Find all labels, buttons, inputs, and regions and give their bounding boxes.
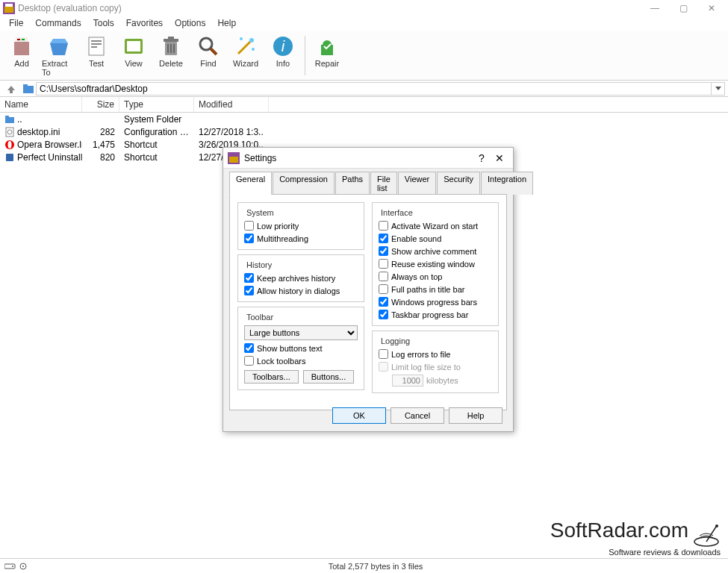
history-group: History Keep archives history Allow hist… bbox=[237, 254, 364, 302]
svg-rect-15 bbox=[168, 37, 174, 39]
toolbar-separator bbox=[305, 36, 305, 75]
svg-rect-39 bbox=[229, 157, 238, 163]
up-button[interactable] bbox=[3, 82, 19, 96]
svg-point-44 bbox=[12, 566, 13, 567]
show-text-checkbox[interactable]: Show buttons text bbox=[244, 343, 358, 353]
taskbar-checkbox[interactable]: Taskbar progress bar bbox=[379, 310, 492, 319]
svg-rect-14 bbox=[164, 39, 178, 42]
wizard-button[interactable]: Wizard bbox=[227, 33, 264, 78]
menu-tools[interactable]: Tools bbox=[87, 16, 120, 31]
cancel-button[interactable]: Cancel bbox=[391, 407, 444, 424]
settings-icon bbox=[228, 152, 240, 164]
dialog-titlebar[interactable]: Settings ? ✕ bbox=[223, 148, 513, 169]
table-row[interactable]: desktop.ini282Configuration setti..12/27… bbox=[0, 125, 728, 138]
comment-checkbox[interactable]: Show archive comment bbox=[379, 246, 492, 256]
menu-commands[interactable]: Commands bbox=[29, 16, 87, 31]
help-button[interactable]: Help bbox=[449, 407, 503, 424]
svg-rect-3 bbox=[14, 42, 29, 55]
close-button[interactable]: ✕ bbox=[704, 1, 719, 16]
toolbar-size-select[interactable]: Large buttons bbox=[244, 325, 358, 340]
test-button[interactable]: Test bbox=[78, 33, 115, 78]
fullpaths-checkbox[interactable]: Full paths in title bar bbox=[379, 284, 492, 294]
test-icon bbox=[84, 34, 108, 58]
repair-icon bbox=[315, 34, 339, 58]
dialog-tabs: GeneralCompressionPathsFile listViewerSe… bbox=[223, 169, 513, 195]
svg-rect-37 bbox=[6, 154, 13, 161]
svg-point-23 bbox=[240, 37, 243, 40]
svg-rect-17 bbox=[170, 44, 172, 53]
svg-text:i: i bbox=[281, 38, 285, 54]
dialog-title: Settings bbox=[244, 153, 473, 163]
delete-button[interactable]: Delete bbox=[152, 33, 190, 78]
status-text: Total 2,577 bytes in 3 files bbox=[28, 562, 724, 571]
table-row[interactable]: ..System Folder bbox=[0, 113, 728, 125]
svg-point-22 bbox=[249, 38, 254, 43]
status-bar: Total 2,577 bytes in 3 files bbox=[0, 558, 728, 573]
find-button[interactable]: Find bbox=[190, 33, 227, 78]
tab-paths[interactable]: Paths bbox=[335, 172, 370, 195]
multithreading-checkbox[interactable]: Multithreading bbox=[244, 234, 358, 243]
sound-checkbox[interactable]: Enable sound bbox=[379, 234, 492, 243]
logging-group: Logging Log errors to file Limit log fil… bbox=[372, 331, 499, 393]
svg-rect-31 bbox=[5, 117, 14, 123]
svg-rect-29 bbox=[23, 86, 34, 93]
column-type[interactable]: Type bbox=[119, 97, 194, 112]
buttons-button[interactable]: Buttons... bbox=[303, 370, 354, 383]
repair-button[interactable]: Repair bbox=[308, 33, 346, 78]
tab-file-list[interactable]: File list bbox=[370, 172, 397, 195]
svg-point-19 bbox=[200, 38, 212, 50]
maximize-button[interactable]: ▢ bbox=[676, 1, 691, 16]
address-input[interactable] bbox=[36, 82, 712, 96]
menu-favorites[interactable]: Favorites bbox=[120, 16, 169, 31]
winprog-checkbox[interactable]: Windows progress bars bbox=[379, 297, 492, 307]
tab-compression[interactable]: Compression bbox=[273, 172, 335, 195]
app-icon bbox=[3, 2, 15, 14]
address-dropdown[interactable] bbox=[712, 82, 725, 96]
ontop-checkbox[interactable]: Always on top bbox=[379, 272, 492, 281]
info-button[interactable]: i Info bbox=[264, 33, 302, 78]
view-icon bbox=[122, 34, 146, 58]
dialog-close-button[interactable]: ✕ bbox=[491, 149, 508, 167]
svg-line-20 bbox=[211, 48, 217, 54]
toolbar: Add Extract To Test View Delete Find Wiz… bbox=[0, 31, 728, 81]
reuse-checkbox[interactable]: Reuse existing window bbox=[379, 259, 492, 269]
allow-history-checkbox[interactable]: Allow history in dialogs bbox=[244, 286, 358, 295]
tab-security[interactable]: Security bbox=[437, 172, 480, 195]
lock-toolbars-checkbox[interactable]: Lock toolbars bbox=[244, 356, 358, 366]
menu-options[interactable]: Options bbox=[169, 16, 211, 31]
keep-history-checkbox[interactable]: Keep archives history bbox=[244, 273, 358, 283]
file-list-header: Name Size Type Modified bbox=[0, 97, 728, 113]
toolbars-button[interactable]: Toolbars... bbox=[244, 370, 299, 383]
column-name[interactable]: Name bbox=[0, 97, 82, 112]
tab-general[interactable]: General bbox=[229, 172, 272, 195]
menu-file[interactable]: File bbox=[3, 16, 29, 31]
column-size[interactable]: Size bbox=[82, 97, 119, 112]
info-icon: i bbox=[271, 34, 295, 58]
log-size-input[interactable] bbox=[392, 375, 423, 386]
svg-point-36 bbox=[8, 141, 12, 148]
column-modified[interactable]: Modified bbox=[194, 97, 269, 112]
wizard-checkbox[interactable]: Activate Wizard on start bbox=[379, 221, 492, 231]
menu-help[interactable]: Help bbox=[211, 16, 242, 31]
svg-rect-30 bbox=[23, 84, 28, 87]
system-group: System Low priority Multithreading bbox=[237, 202, 364, 250]
svg-point-42 bbox=[715, 525, 718, 527]
low-priority-checkbox[interactable]: Low priority bbox=[244, 221, 358, 231]
log-errors-checkbox[interactable]: Log errors to file bbox=[379, 349, 492, 359]
extract-button[interactable]: Extract To bbox=[40, 33, 78, 78]
add-button[interactable]: Add bbox=[3, 33, 40, 78]
toolbar-group: Toolbar Large buttons Show buttons text … bbox=[237, 307, 364, 390]
find-icon bbox=[196, 34, 220, 58]
svg-rect-2 bbox=[5, 4, 13, 7]
extract-icon bbox=[47, 34, 71, 58]
ok-button[interactable]: OK bbox=[332, 407, 386, 424]
minimize-button[interactable]: — bbox=[647, 1, 662, 16]
view-button[interactable]: View bbox=[115, 33, 152, 78]
limit-log-checkbox[interactable]: Limit log file size to bbox=[379, 362, 492, 372]
dialog-help-button[interactable]: ? bbox=[473, 149, 491, 167]
tab-viewer[interactable]: Viewer bbox=[398, 172, 436, 195]
add-icon bbox=[10, 34, 34, 58]
tab-integration[interactable]: Integration bbox=[481, 172, 533, 195]
svg-line-21 bbox=[238, 42, 250, 54]
delete-icon bbox=[159, 34, 183, 58]
